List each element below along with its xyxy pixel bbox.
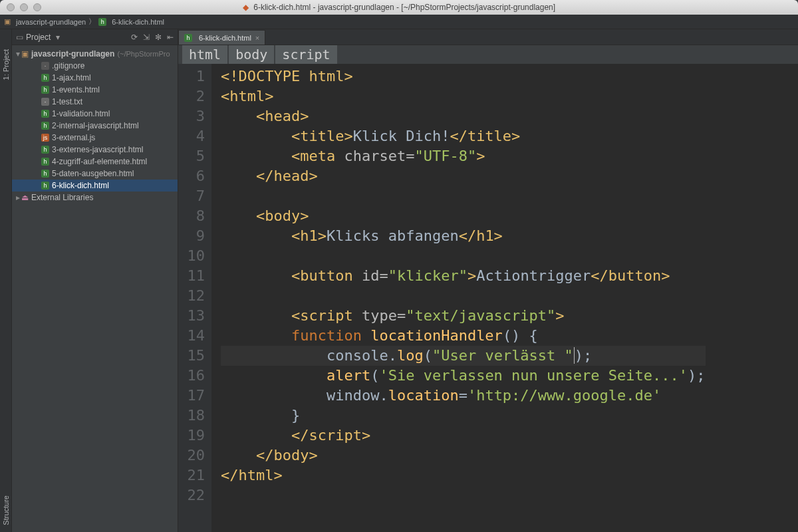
zoom-window-icon[interactable] — [33, 3, 41, 11]
file-name: 1-events.html — [52, 85, 100, 94]
title-path: [~/PhpStormProjects/javascript-grundlage… — [401, 3, 555, 12]
project-tree[interactable]: ▾ ▣ javascript-grundlagen (~/PhpStormPro… — [12, 45, 178, 206]
editor-tab[interactable]: h 6-klick-dich.html × — [178, 30, 265, 45]
line-number: 12 — [178, 286, 205, 306]
editor-tabbar: h 6-klick-dich.html × — [178, 29, 798, 45]
tree-file[interactable]: h3-externes-javascript.html — [12, 144, 178, 156]
project-panel: ▭ Project ▾ ⟳ ⇲ ✻ ⇤ ▾ ▣ javascript-grund… — [12, 29, 178, 532]
toolstrip-structure[interactable]: Structure — [2, 495, 10, 525]
txt-file-icon: · — [41, 98, 49, 106]
gen-file-icon: · — [41, 62, 49, 70]
line-gutter: 12345678910111213141516171819202122 — [178, 64, 211, 532]
folder-icon: ▣ — [4, 17, 11, 26]
file-name: 5-daten-ausgeben.html — [52, 169, 134, 178]
project-panel-header: ▭ Project ▾ ⟳ ⇲ ✻ ⇤ — [12, 29, 178, 45]
expand-toggle-icon[interactable]: ▸ — [16, 193, 20, 202]
line-number: 9 — [178, 226, 205, 246]
editor-breadcrumb: html body script — [178, 45, 798, 64]
root-path: (~/PhpStormPro — [117, 50, 170, 58]
tab-label: 6-klick-dich.html — [199, 34, 251, 42]
left-toolstrip: 1: Project Structure — [0, 29, 12, 532]
html-file-icon: h — [41, 122, 49, 130]
line-number: 11 — [178, 266, 205, 286]
folder-icon: ▣ — [21, 49, 29, 59]
line-number: 19 — [178, 426, 205, 446]
external-libraries-label: External Libraries — [31, 193, 93, 202]
html-file-icon: h — [41, 146, 49, 154]
tree-root[interactable]: ▾ ▣ javascript-grundlagen (~/PhpStormPro — [12, 48, 178, 60]
html-file-icon: h — [41, 86, 49, 94]
file-name: 1-ajax.html — [52, 73, 91, 82]
line-number: 1 — [178, 66, 205, 86]
tree-file[interactable]: ·.gitignore — [12, 60, 178, 72]
line-number: 6 — [178, 166, 205, 186]
js-file-icon: js — [41, 134, 49, 142]
title-file: 6-klick-dich.html — [253, 3, 311, 12]
code-editor[interactable]: 12345678910111213141516171819202122 <!DO… — [178, 64, 798, 532]
hide-panel-icon[interactable]: ⇤ — [167, 33, 174, 42]
file-name: .gitignore — [52, 61, 84, 70]
close-tab-icon[interactable]: × — [255, 34, 259, 42]
line-number: 10 — [178, 246, 205, 266]
expand-toggle-icon[interactable]: ▾ — [16, 49, 20, 59]
crumb-folder[interactable]: ▣ javascript-grundlagen — [4, 17, 86, 26]
close-window-icon[interactable] — [7, 3, 15, 11]
bc-body[interactable]: body — [229, 45, 274, 64]
root-name: javascript-grundlagen — [31, 49, 114, 59]
ide-window: ◆ 6-klick-dich.html - javascript-grundla… — [0, 0, 798, 532]
tree-file[interactable]: js3-external.js — [12, 132, 178, 144]
window-controls — [0, 3, 41, 11]
html-file-icon: h — [41, 110, 49, 118]
library-icon: ⏏ — [21, 193, 29, 202]
bc-html[interactable]: html — [182, 45, 227, 64]
file-name: 1-test.txt — [52, 97, 82, 106]
html-file-icon: h — [41, 182, 49, 190]
app-icon: ◆ — [243, 3, 249, 12]
file-name: 4-zugriff-auf-elemente.html — [52, 157, 147, 166]
line-number: 8 — [178, 206, 205, 226]
minimize-window-icon[interactable] — [20, 3, 28, 11]
project-panel-title: Project — [26, 33, 51, 42]
collapse-all-icon[interactable]: ⇲ — [143, 33, 150, 42]
crumb-file[interactable]: h 6-klick-dich.html — [98, 18, 164, 26]
line-number: 13 — [178, 306, 205, 326]
line-number: 4 — [178, 126, 205, 146]
line-number: 5 — [178, 146, 205, 166]
line-number: 22 — [178, 485, 205, 505]
window-title: ◆ 6-klick-dich.html - javascript-grundla… — [0, 3, 798, 12]
line-number: 3 — [178, 106, 205, 126]
file-name: 2-internal-javascript.html — [52, 121, 139, 130]
main-area: 1: Project Structure ▭ Project ▾ ⟳ ⇲ ✻ ⇤ — [0, 29, 798, 532]
bc-script[interactable]: script — [275, 45, 336, 64]
tree-file[interactable]: h2-internal-javascript.html — [12, 120, 178, 132]
dropdown-icon[interactable]: ▾ — [56, 33, 60, 42]
html-file-icon: h — [184, 34, 192, 42]
tree-file[interactable]: h1-events.html — [12, 84, 178, 96]
titlebar: ◆ 6-klick-dich.html - javascript-grundla… — [0, 0, 798, 15]
tree-file[interactable]: h5-daten-ausgeben.html — [12, 168, 178, 180]
file-name: 3-external.js — [52, 133, 95, 142]
tree-file[interactable]: h1-validation.html — [12, 108, 178, 120]
html-file-icon: h — [41, 170, 49, 178]
tree-external-libraries[interactable]: ▸ ⏏ External Libraries — [12, 192, 178, 203]
tree-file[interactable]: h4-zugriff-auf-elemente.html — [12, 156, 178, 168]
file-name: 6-klick-dich.html — [52, 181, 109, 190]
toolstrip-project[interactable]: 1: Project — [2, 49, 10, 80]
line-number: 18 — [178, 406, 205, 426]
chevron-right-icon: 〉 — [88, 17, 96, 27]
html-file-icon: h — [41, 74, 49, 82]
editor-column: h 6-klick-dich.html × html body script 1… — [178, 29, 798, 532]
title-project: javascript-grundlagen — [318, 3, 394, 12]
tree-file[interactable]: h6-klick-dich.html — [12, 180, 178, 192]
tree-file[interactable]: ·1-test.txt — [12, 96, 178, 108]
nav-breadcrumb: ▣ javascript-grundlagen 〉 h 6-klick-dich… — [0, 15, 798, 29]
line-number: 20 — [178, 446, 205, 466]
settings-gear-icon[interactable]: ✻ — [155, 33, 162, 42]
line-number: 7 — [178, 186, 205, 206]
tree-file[interactable]: h1-ajax.html — [12, 72, 178, 84]
line-number: 14 — [178, 326, 205, 346]
line-number: 17 — [178, 386, 205, 406]
code-content[interactable]: <!DOCTYPE html> <html> <head> <title>Kli… — [211, 64, 706, 532]
scroll-from-source-icon[interactable]: ⟳ — [131, 33, 138, 42]
line-number: 21 — [178, 466, 205, 485]
